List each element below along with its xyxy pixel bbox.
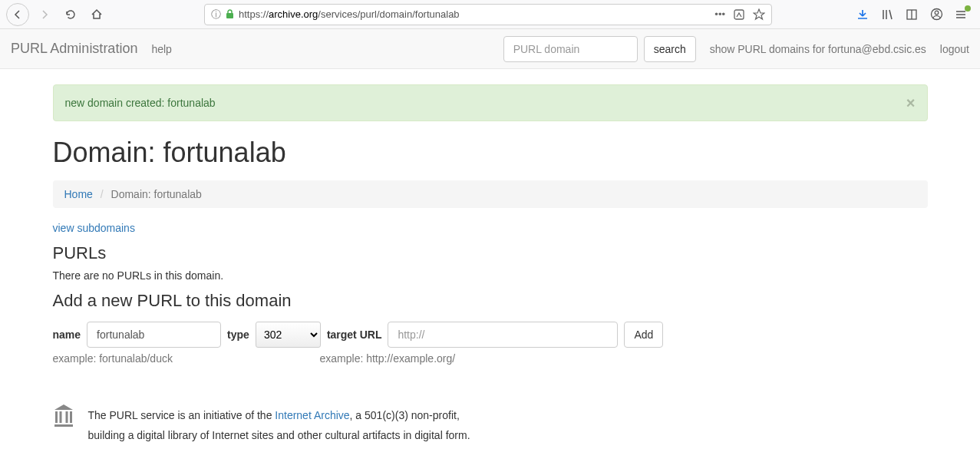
forward-button (34, 4, 55, 25)
add-purl-form: name type 302 target URL Add (53, 322, 928, 348)
page-title: Domain: fortunalab (53, 137, 928, 169)
purl-domain-input[interactable] (503, 36, 638, 62)
domain-search-form: search (503, 36, 696, 62)
svg-rect-9 (70, 411, 72, 423)
footer-line1a: The PURL service is an initiative of the (88, 409, 276, 421)
target-input[interactable] (388, 322, 618, 348)
reader-icon[interactable] (733, 8, 745, 21)
main-container: new domain created: fortunalab × Domain:… (53, 69, 928, 449)
footer-line2: building a digital library of Internet s… (88, 428, 470, 443)
reload-button[interactable] (60, 4, 81, 25)
internet-archive-link[interactable]: Internet Archive (275, 409, 349, 421)
home-button[interactable] (86, 4, 107, 25)
type-select[interactable]: 302 (256, 322, 321, 348)
breadcrumb: Home / Domain: fortunalab (53, 180, 928, 208)
notification-dot (965, 5, 971, 12)
svg-rect-10 (54, 424, 73, 427)
lock-icon (226, 9, 234, 19)
add-button[interactable]: Add (624, 322, 663, 348)
example-target: example: http://example.org/ (320, 352, 456, 365)
alert-message: new domain created: fortunalab (65, 97, 216, 109)
add-purl-heading: Add a new PURL to this domain (53, 291, 928, 311)
success-alert: new domain created: fortunalab × (53, 84, 928, 121)
help-link[interactable]: help (151, 43, 171, 55)
url-text: https://archive.org/services/purl/domain… (239, 8, 710, 20)
example-name: example: fortunalab/duck (53, 352, 320, 365)
purls-heading: PURLs (53, 243, 928, 263)
name-label: name (53, 328, 81, 341)
svg-point-5 (935, 11, 939, 15)
name-input[interactable] (87, 322, 221, 348)
url-domain: archive.org (269, 8, 318, 20)
breadcrumb-current: Domain: fortunalab (111, 188, 202, 200)
footer: The PURL service is an initiative of the… (53, 403, 928, 449)
archive-icon (53, 403, 76, 449)
more-icon[interactable]: ••• (714, 8, 725, 20)
type-label: type (227, 328, 249, 341)
info-icon[interactable]: ⓘ (211, 8, 221, 21)
account-icon[interactable] (929, 8, 943, 21)
downloads-icon[interactable] (856, 8, 869, 21)
bookmark-icon[interactable] (753, 8, 765, 21)
form-examples: example: fortunalab/duck example: http:/… (53, 352, 928, 365)
svg-rect-1 (734, 10, 744, 19)
library-icon[interactable] (880, 8, 894, 21)
footer-text: The PURL service is an initiative of the… (88, 403, 470, 449)
target-label: target URL (327, 328, 382, 341)
browser-toolbar: ⓘ https://archive.org/services/purl/doma… (0, 0, 980, 29)
url-path: /services/purl/domain/fortunalab (318, 8, 459, 20)
menu-icon[interactable] (954, 8, 968, 21)
view-subdomains-link[interactable]: view subdomains (53, 222, 135, 234)
app-navbar: PURL Administration help search show PUR… (0, 29, 980, 69)
show-domains-link[interactable]: show PURL domains for fortuna@ebd.csic.e… (710, 43, 926, 55)
svg-rect-6 (55, 411, 58, 423)
svg-rect-8 (65, 411, 68, 423)
url-prefix: https:// (239, 8, 269, 20)
sidebar-icon[interactable] (905, 8, 919, 21)
app-brand[interactable]: PURL Administration (11, 41, 137, 57)
breadcrumb-home[interactable]: Home (64, 188, 93, 200)
breadcrumb-separator: / (101, 188, 104, 200)
svg-rect-0 (226, 13, 233, 18)
url-bar[interactable]: ⓘ https://archive.org/services/purl/doma… (204, 4, 772, 25)
search-button[interactable]: search (644, 36, 696, 62)
alert-close-button[interactable]: × (906, 94, 916, 112)
back-button[interactable] (6, 3, 29, 26)
footer-line1b: , a 501(c)(3) non-profit, (350, 409, 460, 421)
svg-rect-7 (59, 411, 61, 423)
logout-link[interactable]: logout (940, 43, 969, 55)
purls-empty-text: There are no PURLs in this domain. (53, 269, 928, 282)
